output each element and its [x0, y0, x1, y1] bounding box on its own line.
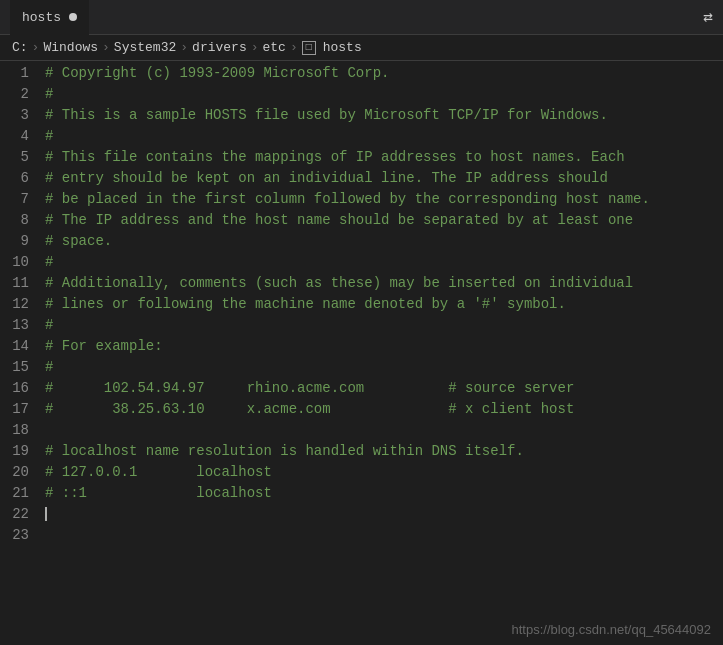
code-line: 21# ::1 localhost — [0, 485, 723, 506]
line-number: 12 — [0, 296, 45, 312]
code-line: 1# Copyright (c) 1993-2009 Microsoft Cor… — [0, 65, 723, 86]
watermark: https://blog.csdn.net/qq_45644092 — [512, 622, 712, 637]
line-number: 21 — [0, 485, 45, 501]
breadcrumb-part-drivers[interactable]: drivers — [192, 40, 247, 55]
code-line: 18 — [0, 422, 723, 443]
line-content: # localhost name resolution is handled w… — [45, 443, 524, 459]
line-content: # 102.54.94.97 rhino.acme.com # source s… — [45, 380, 574, 396]
line-number: 8 — [0, 212, 45, 228]
title-bar: hosts ⇄ — [0, 0, 723, 35]
line-content: # Copyright (c) 1993-2009 Microsoft Corp… — [45, 65, 389, 81]
line-content: # 38.25.63.10 x.acme.com # x client host — [45, 401, 574, 417]
line-content: # entry should be kept on an individual … — [45, 170, 608, 186]
code-line: 16# 102.54.94.97 rhino.acme.com # source… — [0, 380, 723, 401]
line-number: 17 — [0, 401, 45, 417]
code-line: 22 — [0, 506, 723, 527]
line-number: 13 — [0, 317, 45, 333]
code-line: 15# — [0, 359, 723, 380]
line-content: # — [45, 254, 53, 270]
line-content: # be placed in the first column followed… — [45, 191, 650, 207]
code-line: 19# localhost name resolution is handled… — [0, 443, 723, 464]
line-content: # space. — [45, 233, 112, 249]
line-content: # This is a sample HOSTS file used by Mi… — [45, 107, 608, 123]
code-line: 7# be placed in the first column followe… — [0, 191, 723, 212]
line-number: 6 — [0, 170, 45, 186]
line-content: # This file contains the mappings of IP … — [45, 149, 625, 165]
code-line: 20# 127.0.0.1 localhost — [0, 464, 723, 485]
line-number: 7 — [0, 191, 45, 207]
line-number: 1 — [0, 65, 45, 81]
tab-hosts[interactable]: hosts — [10, 0, 89, 35]
code-line: 6# entry should be kept on an individual… — [0, 170, 723, 191]
line-content — [45, 506, 47, 522]
code-line: 8# The IP address and the host name shou… — [0, 212, 723, 233]
file-icon: □ — [302, 41, 316, 55]
line-number: 10 — [0, 254, 45, 270]
line-content: # ::1 localhost — [45, 485, 272, 501]
line-number: 2 — [0, 86, 45, 102]
line-number: 23 — [0, 527, 45, 543]
line-number: 22 — [0, 506, 45, 522]
code-line: 10# — [0, 254, 723, 275]
editor-area: 1# Copyright (c) 1993-2009 Microsoft Cor… — [0, 61, 723, 641]
line-content: # — [45, 86, 53, 102]
split-editor-icon[interactable]: ⇄ — [703, 7, 713, 27]
line-content: # — [45, 317, 53, 333]
line-content: # The IP address and the host name shoul… — [45, 212, 633, 228]
line-content: # — [45, 359, 53, 375]
line-number: 4 — [0, 128, 45, 144]
tab-label: hosts — [22, 10, 61, 25]
line-number: 5 — [0, 149, 45, 165]
code-line: 9# space. — [0, 233, 723, 254]
code-line: 13# — [0, 317, 723, 338]
line-number: 14 — [0, 338, 45, 354]
code-line: 12# lines or following the machine name … — [0, 296, 723, 317]
breadcrumb: C: › Windows › System32 › drivers › etc … — [0, 35, 723, 61]
tab-modified-dot — [69, 13, 77, 21]
line-number: 15 — [0, 359, 45, 375]
line-number: 3 — [0, 107, 45, 123]
line-number: 18 — [0, 422, 45, 438]
code-line: 4# — [0, 128, 723, 149]
breadcrumb-part-windows[interactable]: Windows — [43, 40, 98, 55]
breadcrumb-part-system32[interactable]: System32 — [114, 40, 176, 55]
code-line: 17# 38.25.63.10 x.acme.com # x client ho… — [0, 401, 723, 422]
code-line: 3# This is a sample HOSTS file used by M… — [0, 107, 723, 128]
breadcrumb-part-c[interactable]: C: — [12, 40, 28, 55]
line-content: # — [45, 128, 53, 144]
breadcrumb-part-hosts[interactable]: hosts — [323, 40, 362, 55]
code-line: 14# For example: — [0, 338, 723, 359]
line-content: # For example: — [45, 338, 163, 354]
line-number: 16 — [0, 380, 45, 396]
line-number: 9 — [0, 233, 45, 249]
line-content: # lines or following the machine name de… — [45, 296, 566, 312]
line-number: 11 — [0, 275, 45, 291]
code-line: 23 — [0, 527, 723, 548]
line-content: # 127.0.0.1 localhost — [45, 464, 272, 480]
line-number: 19 — [0, 443, 45, 459]
text-cursor — [45, 507, 47, 521]
code-line: 11# Additionally, comments (such as thes… — [0, 275, 723, 296]
line-number: 20 — [0, 464, 45, 480]
code-line: 2# — [0, 86, 723, 107]
line-content: # Additionally, comments (such as these)… — [45, 275, 633, 291]
breadcrumb-part-etc[interactable]: etc — [263, 40, 286, 55]
code-line: 5# This file contains the mappings of IP… — [0, 149, 723, 170]
